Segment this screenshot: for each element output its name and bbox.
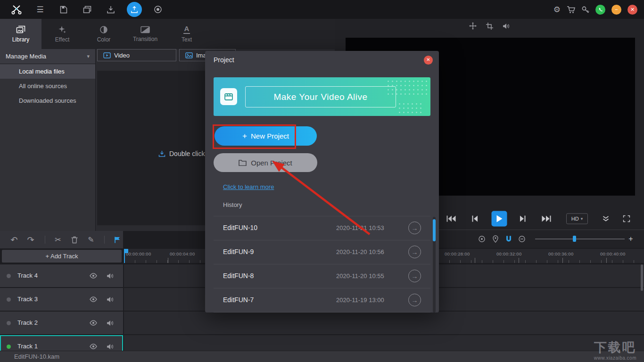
history-project-name: EditFUN-8 — [223, 272, 254, 280]
dialog-close-icon[interactable]: ✕ — [424, 56, 433, 65]
effect-icon — [58, 25, 66, 34]
export-button[interactable] — [123, 2, 146, 17]
undo-icon[interactable]: ↶ — [10, 236, 17, 244]
arrow-right-glyph: → — [412, 297, 418, 304]
history-row[interactable]: EditFUN-8 2020-11-20 10:55 → — [214, 264, 430, 288]
collapse-panel-icon[interactable] — [603, 215, 610, 222]
history-project-name: EditFUN-7 — [223, 296, 254, 304]
history-row[interactable]: EditFUN-10 2020-11-21 10:53 → — [214, 216, 430, 240]
close-window-icon[interactable]: ✕ — [627, 5, 637, 15]
save-project-icon[interactable] — [52, 6, 75, 14]
dropzone-hint-text: Double click — [169, 150, 205, 157]
panel-tabbar: Library Effect Color Transition A Text — [0, 19, 335, 49]
banner-decoration-dots — [386, 79, 429, 96]
edit-pencil-icon[interactable]: ✎ — [88, 236, 94, 244]
track-header-4[interactable]: Track 4 — [0, 264, 123, 287]
toolbar-divider — [104, 236, 105, 244]
tab-color[interactable]: Color — [83, 19, 124, 49]
open-history-arrow-icon[interactable]: → — [408, 246, 421, 258]
mute-speaker-icon[interactable] — [107, 273, 114, 279]
media-tab-video[interactable]: Video — [97, 49, 176, 61]
history-row[interactable]: EditFUN-9 2020-11-20 10:56 → — [214, 240, 430, 264]
mute-speaker-icon[interactable] — [107, 344, 114, 350]
preview-tools — [469, 22, 510, 30]
audio-tool-icon[interactable] — [503, 23, 510, 29]
watermark-title: 下载吧 — [594, 340, 636, 355]
history-project-date: 2020-11-20 10:56 — [336, 248, 384, 255]
record-icon[interactable] — [146, 5, 170, 14]
store-cart-icon[interactable] — [567, 6, 575, 14]
quality-select[interactable]: HD▾ — [566, 213, 588, 224]
open-project-button[interactable]: Open Project — [214, 153, 317, 172]
crop-tool-icon[interactable] — [486, 23, 493, 30]
media-browser-icon[interactable] — [75, 6, 99, 14]
track-label: Track 1 — [17, 343, 38, 350]
source-local-media[interactable]: Local media files — [0, 64, 95, 79]
skip-start-icon[interactable] — [446, 215, 456, 222]
ruler-label: 00:00:32:00 — [496, 251, 522, 256]
previous-frame-icon[interactable] — [472, 215, 478, 222]
add-track-button[interactable]: + Add Track — [2, 250, 122, 263]
history-project-name: EditFUN-10 — [223, 224, 257, 231]
watermark-url: www.xiazaiba.com — [594, 355, 636, 361]
track-lane-2[interactable] — [124, 312, 644, 334]
mute-speaker-icon[interactable] — [107, 320, 114, 326]
settings-gear-icon[interactable]: ⚙ — [553, 6, 561, 14]
tab-effect[interactable]: Effect — [41, 19, 83, 49]
visibility-eye-icon[interactable] — [90, 273, 97, 279]
delete-trash-icon[interactable] — [71, 236, 78, 244]
open-history-arrow-icon[interactable]: → — [408, 270, 421, 282]
open-history-arrow-icon[interactable]: → — [408, 222, 421, 234]
playhead-flag[interactable] — [124, 249, 128, 253]
tab-label: Library — [12, 36, 30, 43]
open-history-arrow-icon[interactable]: → — [408, 294, 421, 306]
visibility-eye-icon[interactable] — [90, 344, 97, 349]
manage-media-dropdown[interactable]: Manage Media ▾ — [0, 49, 95, 64]
app-logo-icon — [5, 4, 28, 15]
menu-icon[interactable]: ☰ — [28, 6, 52, 14]
visibility-eye-icon[interactable] — [90, 320, 97, 326]
marker-flag-icon[interactable] — [114, 236, 121, 244]
minimize-icon[interactable]: − — [611, 5, 621, 15]
ruler-label: 00:00:28:00 — [445, 251, 470, 256]
color-icon — [99, 25, 108, 34]
license-key-icon[interactable] — [581, 6, 589, 14]
annotation-highlight-rect — [213, 124, 296, 149]
track-header-3[interactable]: Track 3 — [0, 288, 123, 311]
source-downloaded[interactable]: Downloaded sources — [0, 93, 95, 108]
track-status-dot — [7, 297, 11, 302]
timeline-toolbar: ↶ ↷ ✂ ✎ — [0, 231, 123, 248]
move-tool-icon[interactable] — [469, 22, 477, 30]
history-project-date: 2020-11-19 13:00 — [336, 296, 384, 304]
history-row[interactable]: EditFUN-7 2020-11-19 13:00 → — [214, 288, 430, 313]
dialog-scrollbar-thumb[interactable] — [433, 219, 436, 241]
learn-more-link[interactable]: Click to learn more — [223, 183, 274, 190]
next-frame-icon[interactable] — [520, 215, 526, 222]
source-online[interactable]: All online sources — [0, 79, 95, 93]
redo-icon[interactable]: ↷ — [27, 236, 34, 244]
dialog-header: Project ✕ — [205, 51, 439, 69]
tab-transition[interactable]: Transition — [124, 19, 166, 49]
arrow-right-glyph: → — [412, 225, 418, 231]
split-scissors-icon[interactable]: ✂ — [55, 236, 61, 244]
tab-library[interactable]: Library — [0, 19, 41, 49]
tab-text[interactable]: A Text — [166, 19, 207, 49]
timeline-scrollbar[interactable] — [641, 264, 643, 291]
ruler-label: 00:00:00:00 — [126, 251, 151, 256]
export-circle[interactable] — [127, 2, 142, 17]
visibility-eye-icon[interactable] — [90, 296, 97, 302]
play-icon — [492, 211, 507, 226]
import-icon[interactable] — [99, 6, 123, 14]
track-status-dot — [7, 345, 11, 349]
playhead[interactable] — [124, 249, 125, 263]
mute-speaker-icon[interactable] — [107, 296, 114, 303]
skip-end-icon[interactable] — [542, 215, 551, 222]
fullscreen-icon[interactable] — [623, 215, 630, 222]
track-header-2[interactable]: Track 2 — [0, 312, 123, 334]
chevron-down-icon: ▾ — [581, 216, 583, 221]
current-project-filename: EditFUN-10.kam — [14, 353, 59, 360]
site-watermark: 下载吧 www.xiazaiba.com — [594, 340, 636, 361]
whatsapp-icon[interactable] — [595, 5, 605, 15]
media-tab-label: Video — [114, 52, 130, 59]
play-button[interactable] — [492, 211, 507, 226]
